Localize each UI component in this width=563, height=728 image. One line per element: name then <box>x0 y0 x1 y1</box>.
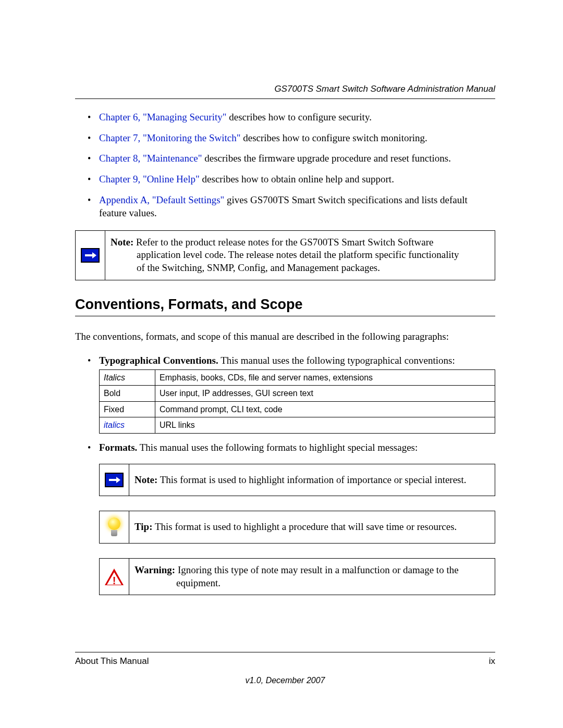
chapter-link[interactable]: Chapter 7, "Monitoring the Switch" <box>99 132 240 143</box>
tip-icon-cell <box>100 511 129 543</box>
table-row: Fixed Command prompt, CLI text, code <box>100 401 495 417</box>
note-first-line: Refer to the product release notes for t… <box>133 237 433 248</box>
note-text: Note: This format is used to highlight i… <box>129 464 495 496</box>
conventions-table: Italics Emphasis, books, CDs, file and s… <box>99 369 495 434</box>
tip-text: Tip: This format is used to highlight a … <box>129 511 495 543</box>
list-item: Chapter 6, "Managing Security" describes… <box>88 110 495 124</box>
formats-rest: This manual uses the following formats t… <box>137 442 418 453</box>
conventions-list: Typographical Conventions. This manual u… <box>75 354 495 595</box>
running-header: GS700TS Smart Switch Software Administra… <box>75 83 495 95</box>
list-item: Typographical Conventions. This manual u… <box>88 354 495 434</box>
warning-icon-cell: ! <box>100 559 129 595</box>
format-tip-label: Tip: <box>134 521 153 532</box>
note-label: Note: <box>111 237 133 248</box>
format-note-text: This format is used to highlight informa… <box>157 474 466 485</box>
chapter-link[interactable]: Appendix A, "Default Settings" <box>99 194 224 205</box>
footer-section: About This Manual <box>75 656 149 668</box>
formats-lead: Formats. <box>99 442 137 453</box>
table-row: Italics Emphasis, books, CDs, file and s… <box>100 369 495 386</box>
format-tip-box: Tip: This format is used to highlight a … <box>99 511 495 544</box>
page: GS700TS Smart Switch Software Administra… <box>0 0 563 728</box>
section-heading: Conventions, Formats, and Scope <box>75 295 495 314</box>
format-warn-cont: equipment. <box>134 577 487 590</box>
chapter-link[interactable]: Chapter 9, "Online Help" <box>99 174 200 184</box>
chapter-link[interactable]: Chapter 6, "Managing Security" <box>99 112 227 122</box>
lightbulb-icon <box>105 516 123 538</box>
format-tip-text: This format is used to highlight a proce… <box>153 521 457 532</box>
cell: Emphasis, books, CDs, file and server na… <box>155 369 495 386</box>
note-box: Note: Refer to the product release notes… <box>75 230 495 280</box>
format-warn-first: Ignoring this type of note may result in… <box>175 564 458 575</box>
list-item-text: describes how to configure security. <box>227 112 372 122</box>
list-item: Chapter 9, "Online Help" describes how t… <box>88 172 495 186</box>
chapter-list: Chapter 6, "Managing Security" describes… <box>75 110 495 220</box>
intro-paragraph: The conventions, formats, and scope of t… <box>75 330 495 343</box>
format-note-label: Note: <box>134 474 157 485</box>
note-cont: application level code. The release note… <box>111 249 487 262</box>
cell: User input, IP addresses, GUI screen tex… <box>155 386 495 402</box>
cell: Fixed <box>100 401 155 417</box>
list-item: Appendix A, "Default Settings" gives GS7… <box>88 193 495 220</box>
table-row: italics URL links <box>100 417 495 434</box>
footer-rule <box>75 652 495 652</box>
arrow-right-icon <box>81 248 100 263</box>
cell: Command prompt, CLI text, code <box>155 401 495 417</box>
note-icon-cell <box>100 464 129 496</box>
list-item: Chapter 8, "Maintenance" describes the f… <box>88 152 495 165</box>
header-rule <box>75 98 495 99</box>
format-note-box: Note: This format is used to highlight i… <box>99 464 495 497</box>
page-footer: About This Manual ix v1.0, December 2007 <box>75 652 495 686</box>
section-rule <box>75 316 495 316</box>
cell: URL links <box>155 417 495 434</box>
list-item-text: describes how to configure switch monito… <box>240 132 427 143</box>
format-warning-box: ! Warning: Ignoring this type of note ma… <box>99 558 495 595</box>
note-icon-cell <box>76 231 105 280</box>
footer-page-number: ix <box>489 656 495 668</box>
list-item: Formats. This manual uses the following … <box>88 441 495 595</box>
cell-link[interactable]: italics <box>104 421 125 429</box>
chapter-link[interactable]: Chapter 8, "Maintenance" <box>99 153 202 164</box>
warning-icon: ! <box>105 569 124 585</box>
cell: Italics <box>104 373 125 382</box>
list-item: Chapter 7, "Monitoring the Switch" descr… <box>88 131 495 145</box>
arrow-right-icon <box>105 473 124 487</box>
format-warn-label: Warning: <box>134 564 175 575</box>
conv-rest: This manual uses the following typograph… <box>218 355 455 366</box>
list-item-text: describes how to obtain online help and … <box>200 174 394 184</box>
note-cont: of the Switching, SNMP, Config, and Mana… <box>111 262 487 275</box>
conv-lead: Typographical Conventions. <box>99 355 218 366</box>
warning-text: Warning: Ignoring this type of note may … <box>129 559 495 595</box>
footer-version: v1.0, December 2007 <box>75 675 495 686</box>
list-item-text: describes the firmware upgrade procedure… <box>202 153 451 164</box>
cell: Bold <box>100 386 155 402</box>
note-text: Note: Refer to the product release notes… <box>105 231 495 280</box>
table-row: Bold User input, IP addresses, GUI scree… <box>100 386 495 402</box>
